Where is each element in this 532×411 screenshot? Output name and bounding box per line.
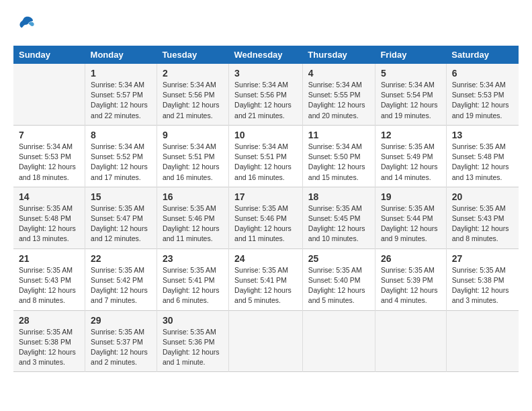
- day-header-friday: Friday: [375, 46, 446, 64]
- calendar-cell: 10Sunrise: 5:34 AM Sunset: 5:51 PM Dayli…: [229, 125, 303, 187]
- day-header-thursday: Thursday: [302, 46, 375, 64]
- week-row-5: 28Sunrise: 5:35 AM Sunset: 5:38 PM Dayli…: [13, 310, 519, 372]
- calendar-cell: 18Sunrise: 5:35 AM Sunset: 5:45 PM Dayli…: [302, 187, 375, 248]
- day-number: 22: [91, 253, 151, 264]
- day-header-sunday: Sunday: [13, 46, 85, 64]
- day-info: Sunrise: 5:35 AM Sunset: 5:47 PM Dayligh…: [91, 203, 151, 244]
- day-number: 29: [91, 315, 151, 326]
- calendar-cell: [229, 310, 303, 372]
- calendar-cell: 27Sunrise: 5:35 AM Sunset: 5:38 PM Dayli…: [446, 248, 519, 310]
- calendar-cell: 29Sunrise: 5:35 AM Sunset: 5:37 PM Dayli…: [85, 310, 157, 372]
- day-info: Sunrise: 5:35 AM Sunset: 5:38 PM Dayligh…: [19, 327, 79, 368]
- day-number: 25: [308, 253, 369, 264]
- day-info: Sunrise: 5:35 AM Sunset: 5:41 PM Dayligh…: [234, 265, 297, 306]
- calendar-cell: 4Sunrise: 5:34 AM Sunset: 5:55 PM Daylig…: [302, 64, 375, 125]
- day-number: 13: [452, 130, 513, 140]
- calendar-cell: 8Sunrise: 5:34 AM Sunset: 5:52 PM Daylig…: [85, 125, 157, 187]
- day-info: Sunrise: 5:34 AM Sunset: 5:56 PM Dayligh…: [234, 80, 297, 121]
- calendar-cell: 22Sunrise: 5:35 AM Sunset: 5:42 PM Dayli…: [85, 248, 157, 310]
- day-header-wednesday: Wednesday: [229, 46, 303, 64]
- calendar-cell: 16Sunrise: 5:35 AM Sunset: 5:46 PM Dayli…: [157, 187, 228, 248]
- calendar-cell: 25Sunrise: 5:35 AM Sunset: 5:40 PM Dayli…: [302, 248, 375, 310]
- calendar-cell: 9Sunrise: 5:34 AM Sunset: 5:51 PM Daylig…: [157, 125, 228, 187]
- day-info: Sunrise: 5:35 AM Sunset: 5:43 PM Dayligh…: [19, 265, 79, 306]
- calendar-cell: 5Sunrise: 5:34 AM Sunset: 5:54 PM Daylig…: [375, 64, 446, 125]
- logo: [13, 13, 38, 35]
- day-number: 7: [19, 130, 79, 140]
- day-info: Sunrise: 5:34 AM Sunset: 5:53 PM Dayligh…: [19, 142, 79, 183]
- day-info: Sunrise: 5:35 AM Sunset: 5:36 PM Dayligh…: [163, 327, 223, 368]
- day-number: 20: [452, 191, 513, 202]
- day-header-tuesday: Tuesday: [157, 46, 228, 64]
- calendar-cell: 21Sunrise: 5:35 AM Sunset: 5:43 PM Dayli…: [13, 248, 85, 310]
- calendar-cell: 20Sunrise: 5:35 AM Sunset: 5:43 PM Dayli…: [446, 187, 519, 248]
- day-info: Sunrise: 5:34 AM Sunset: 5:53 PM Dayligh…: [452, 80, 513, 121]
- day-info: Sunrise: 5:34 AM Sunset: 5:54 PM Dayligh…: [381, 80, 441, 121]
- day-number: 21: [19, 253, 79, 264]
- day-info: Sunrise: 5:35 AM Sunset: 5:48 PM Dayligh…: [452, 142, 513, 183]
- day-number: 16: [163, 191, 223, 202]
- calendar-cell: 19Sunrise: 5:35 AM Sunset: 5:44 PM Dayli…: [375, 187, 446, 248]
- week-row-2: 7Sunrise: 5:34 AM Sunset: 5:53 PM Daylig…: [13, 125, 519, 187]
- week-row-3: 14Sunrise: 5:35 AM Sunset: 5:48 PM Dayli…: [13, 187, 519, 248]
- calendar-cell: [302, 310, 375, 372]
- day-number: 27: [452, 253, 513, 264]
- day-info: Sunrise: 5:35 AM Sunset: 5:46 PM Dayligh…: [163, 203, 223, 244]
- day-info: Sunrise: 5:34 AM Sunset: 5:52 PM Dayligh…: [91, 142, 151, 183]
- calendar-cell: 23Sunrise: 5:35 AM Sunset: 5:41 PM Dayli…: [157, 248, 228, 310]
- day-info: Sunrise: 5:34 AM Sunset: 5:50 PM Dayligh…: [308, 142, 369, 183]
- calendar-cell: 28Sunrise: 5:35 AM Sunset: 5:38 PM Dayli…: [13, 310, 85, 372]
- day-info: Sunrise: 5:35 AM Sunset: 5:45 PM Dayligh…: [308, 203, 369, 244]
- calendar-cell: 17Sunrise: 5:35 AM Sunset: 5:46 PM Dayli…: [229, 187, 303, 248]
- week-row-1: 1Sunrise: 5:34 AM Sunset: 5:57 PM Daylig…: [13, 64, 519, 125]
- day-info: Sunrise: 5:35 AM Sunset: 5:46 PM Dayligh…: [234, 203, 297, 244]
- week-row-4: 21Sunrise: 5:35 AM Sunset: 5:43 PM Dayli…: [13, 248, 519, 310]
- day-info: Sunrise: 5:35 AM Sunset: 5:44 PM Dayligh…: [381, 203, 441, 244]
- calendar-cell: 2Sunrise: 5:34 AM Sunset: 5:56 PM Daylig…: [157, 64, 228, 125]
- day-number: 6: [452, 68, 513, 79]
- day-number: 23: [163, 253, 223, 264]
- day-info: Sunrise: 5:34 AM Sunset: 5:57 PM Dayligh…: [91, 80, 151, 121]
- day-info: Sunrise: 5:35 AM Sunset: 5:37 PM Dayligh…: [91, 327, 151, 368]
- calendar-cell: 11Sunrise: 5:34 AM Sunset: 5:50 PM Dayli…: [302, 125, 375, 187]
- day-info: Sunrise: 5:35 AM Sunset: 5:48 PM Dayligh…: [19, 203, 79, 244]
- day-header-saturday: Saturday: [446, 46, 519, 64]
- day-info: Sunrise: 5:35 AM Sunset: 5:43 PM Dayligh…: [452, 203, 513, 244]
- day-info: Sunrise: 5:34 AM Sunset: 5:51 PM Dayligh…: [234, 142, 297, 183]
- calendar-cell: [446, 310, 519, 372]
- day-number: 2: [163, 68, 223, 79]
- calendar-cell: 7Sunrise: 5:34 AM Sunset: 5:53 PM Daylig…: [13, 125, 85, 187]
- calendar-cell: [13, 64, 85, 125]
- day-number: 28: [19, 315, 79, 326]
- day-number: 17: [234, 191, 297, 202]
- day-number: 18: [308, 191, 369, 202]
- day-number: 26: [381, 253, 441, 264]
- page-header: [13, 13, 519, 35]
- day-number: 12: [381, 130, 441, 140]
- calendar-cell: 30Sunrise: 5:35 AM Sunset: 5:36 PM Dayli…: [157, 310, 228, 372]
- day-info: Sunrise: 5:35 AM Sunset: 5:39 PM Dayligh…: [381, 265, 441, 306]
- calendar-table: SundayMondayTuesdayWednesdayThursdayFrid…: [13, 46, 519, 372]
- day-info: Sunrise: 5:35 AM Sunset: 5:38 PM Dayligh…: [452, 265, 513, 306]
- day-info: Sunrise: 5:35 AM Sunset: 5:40 PM Dayligh…: [308, 265, 369, 306]
- calendar-cell: [375, 310, 446, 372]
- calendar-cell: 15Sunrise: 5:35 AM Sunset: 5:47 PM Dayli…: [85, 187, 157, 248]
- day-number: 24: [234, 253, 297, 264]
- day-info: Sunrise: 5:35 AM Sunset: 5:49 PM Dayligh…: [381, 142, 441, 183]
- calendar-cell: 3Sunrise: 5:34 AM Sunset: 5:56 PM Daylig…: [229, 64, 303, 125]
- calendar-cell: 6Sunrise: 5:34 AM Sunset: 5:53 PM Daylig…: [446, 64, 519, 125]
- day-info: Sunrise: 5:34 AM Sunset: 5:56 PM Dayligh…: [163, 80, 223, 121]
- day-number: 10: [234, 130, 297, 140]
- calendar-cell: 1Sunrise: 5:34 AM Sunset: 5:57 PM Daylig…: [85, 64, 157, 125]
- day-header-monday: Monday: [85, 46, 157, 64]
- day-number: 14: [19, 191, 79, 202]
- day-number: 1: [91, 68, 151, 79]
- calendar-cell: 12Sunrise: 5:35 AM Sunset: 5:49 PM Dayli…: [375, 125, 446, 187]
- day-info: Sunrise: 5:35 AM Sunset: 5:41 PM Dayligh…: [163, 265, 223, 306]
- day-number: 9: [163, 130, 223, 140]
- day-number: 3: [234, 68, 297, 79]
- calendar-cell: 14Sunrise: 5:35 AM Sunset: 5:48 PM Dayli…: [13, 187, 85, 248]
- calendar-cell: 26Sunrise: 5:35 AM Sunset: 5:39 PM Dayli…: [375, 248, 446, 310]
- day-number: 11: [308, 130, 369, 140]
- day-number: 4: [308, 68, 369, 79]
